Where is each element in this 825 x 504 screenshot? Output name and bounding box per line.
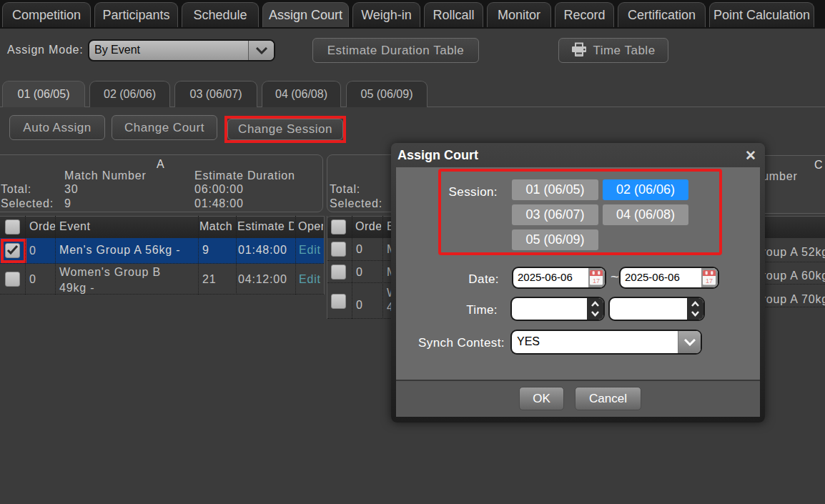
svg-text:17: 17 [593,277,600,285]
svg-text:17: 17 [706,277,713,285]
